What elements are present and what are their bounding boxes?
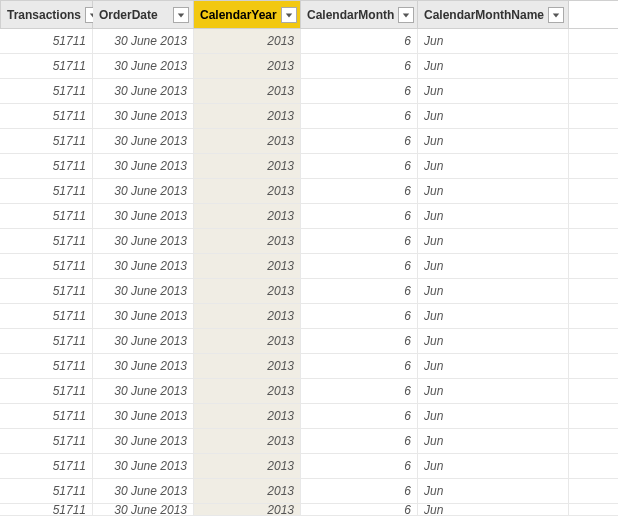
cell-calendarmonth[interactable]: 6 — [301, 29, 418, 53]
cell-calendarmonthname[interactable]: Jun — [418, 179, 569, 203]
cell-calendarmonth[interactable]: 6 — [301, 154, 418, 178]
table-row[interactable]: 5171130 June 201320136Jun — [0, 179, 618, 204]
cell-calendarmonthname[interactable]: Jun — [418, 154, 569, 178]
cell-calendaryear[interactable]: 2013 — [194, 154, 301, 178]
cell-calendarmonthname[interactable]: Jun — [418, 29, 569, 53]
cell-transactions[interactable]: 51711 — [0, 79, 93, 103]
cell-calendarmonthname[interactable]: Jun — [418, 454, 569, 478]
cell-orderdate[interactable]: 30 June 2013 — [93, 279, 194, 303]
cell-calendaryear[interactable]: 2013 — [194, 79, 301, 103]
cell-calendaryear[interactable]: 2013 — [194, 254, 301, 278]
table-row[interactable]: 5171130 June 201320136Jun — [0, 454, 618, 479]
cell-transactions[interactable]: 51711 — [0, 379, 93, 403]
cell-transactions[interactable]: 51711 — [0, 179, 93, 203]
table-row[interactable]: 5171130 June 201320136Jun — [0, 104, 618, 129]
cell-orderdate[interactable]: 30 June 2013 — [93, 354, 194, 378]
table-row[interactable]: 5171130 June 201320136Jun — [0, 354, 618, 379]
cell-transactions[interactable]: 51711 — [0, 154, 93, 178]
cell-orderdate[interactable]: 30 June 2013 — [93, 304, 194, 328]
table-row[interactable]: 5171130 June 201320136Jun — [0, 54, 618, 79]
cell-calendaryear[interactable]: 2013 — [194, 329, 301, 353]
cell-calendaryear[interactable]: 2013 — [194, 479, 301, 503]
cell-calendaryear[interactable]: 2013 — [194, 29, 301, 53]
cell-calendaryear[interactable]: 2013 — [194, 454, 301, 478]
cell-calendarmonthname[interactable]: Jun — [418, 429, 569, 453]
table-row[interactable]: 5171130 June 201320136Jun — [0, 379, 618, 404]
column-header-calendaryear[interactable]: CalendarYear — [194, 1, 301, 28]
cell-transactions[interactable]: 51711 — [0, 304, 93, 328]
table-row[interactable]: 5171130 June 201320136Jun — [0, 404, 618, 429]
cell-calendaryear[interactable]: 2013 — [194, 304, 301, 328]
cell-orderdate[interactable]: 30 June 2013 — [93, 254, 194, 278]
cell-calendarmonthname[interactable]: Jun — [418, 229, 569, 253]
cell-orderdate[interactable]: 30 June 2013 — [93, 429, 194, 453]
cell-calendarmonth[interactable]: 6 — [301, 129, 418, 153]
cell-transactions[interactable]: 51711 — [0, 54, 93, 78]
cell-transactions[interactable]: 51711 — [0, 354, 93, 378]
table-row[interactable]: 5171130 June 201320136Jun — [0, 204, 618, 229]
column-header-calendarmonthname[interactable]: CalendarMonthName — [418, 1, 569, 28]
cell-calendarmonth[interactable]: 6 — [301, 229, 418, 253]
cell-transactions[interactable]: 51711 — [0, 129, 93, 153]
column-header-calendarmonth[interactable]: CalendarMonth — [301, 1, 418, 28]
table-row[interactable]: 5171130 June 201320136Jun — [0, 329, 618, 354]
cell-calendarmonth[interactable]: 6 — [301, 204, 418, 228]
column-header-transactions[interactable]: Transactions — [0, 1, 93, 28]
cell-calendarmonthname[interactable]: Jun — [418, 54, 569, 78]
cell-transactions[interactable]: 51711 — [0, 204, 93, 228]
cell-orderdate[interactable]: 30 June 2013 — [93, 179, 194, 203]
cell-orderdate[interactable]: 30 June 2013 — [93, 129, 194, 153]
cell-orderdate[interactable]: 30 June 2013 — [93, 379, 194, 403]
column-filter-dropdown-icon[interactable] — [173, 7, 189, 23]
cell-calendarmonthname[interactable]: Jun — [418, 354, 569, 378]
cell-calendarmonth[interactable]: 6 — [301, 304, 418, 328]
table-row[interactable]: 5171130 June 201320136Jun — [0, 79, 618, 104]
cell-calendarmonthname[interactable]: Jun — [418, 404, 569, 428]
cell-calendarmonthname[interactable]: Jun — [418, 379, 569, 403]
cell-calendarmonth[interactable]: 6 — [301, 354, 418, 378]
cell-transactions[interactable]: 51711 — [0, 29, 93, 53]
cell-calendarmonth[interactable]: 6 — [301, 454, 418, 478]
cell-calendaryear[interactable]: 2013 — [194, 354, 301, 378]
cell-calendaryear[interactable]: 2013 — [194, 504, 301, 515]
cell-calendarmonthname[interactable]: Jun — [418, 129, 569, 153]
cell-calendarmonth[interactable]: 6 — [301, 404, 418, 428]
table-row[interactable]: 5171130 June 201320136Jun — [0, 304, 618, 329]
cell-orderdate[interactable]: 30 June 2013 — [93, 329, 194, 353]
cell-calendarmonth[interactable]: 6 — [301, 379, 418, 403]
cell-calendarmonthname[interactable]: Jun — [418, 479, 569, 503]
cell-transactions[interactable]: 51711 — [0, 404, 93, 428]
cell-calendarmonth[interactable]: 6 — [301, 329, 418, 353]
cell-calendarmonth[interactable]: 6 — [301, 54, 418, 78]
cell-calendaryear[interactable]: 2013 — [194, 104, 301, 128]
cell-transactions[interactable]: 51711 — [0, 229, 93, 253]
cell-calendaryear[interactable]: 2013 — [194, 54, 301, 78]
cell-calendarmonth[interactable]: 6 — [301, 104, 418, 128]
cell-transactions[interactable]: 51711 — [0, 479, 93, 503]
table-row[interactable]: 5171130 June 201320136Jun — [0, 429, 618, 454]
cell-calendaryear[interactable]: 2013 — [194, 404, 301, 428]
table-row[interactable]: 5171130 June 201320136Jun — [0, 29, 618, 54]
table-row[interactable]: 5171130 June 201320136Jun — [0, 129, 618, 154]
cell-transactions[interactable]: 51711 — [0, 429, 93, 453]
cell-orderdate[interactable]: 30 June 2013 — [93, 404, 194, 428]
cell-calendarmonth[interactable]: 6 — [301, 479, 418, 503]
cell-calendarmonthname[interactable]: Jun — [418, 329, 569, 353]
cell-calendarmonthname[interactable]: Jun — [418, 279, 569, 303]
cell-calendarmonth[interactable]: 6 — [301, 504, 418, 515]
column-header-orderdate[interactable]: OrderDate — [93, 1, 194, 28]
cell-orderdate[interactable]: 30 June 2013 — [93, 54, 194, 78]
cell-calendaryear[interactable]: 2013 — [194, 204, 301, 228]
table-row[interactable]: 5171130 June 201320136Jun — [0, 254, 618, 279]
column-filter-dropdown-icon[interactable] — [281, 7, 297, 23]
cell-orderdate[interactable]: 30 June 2013 — [93, 29, 194, 53]
cell-calendaryear[interactable]: 2013 — [194, 379, 301, 403]
cell-calendarmonth[interactable]: 6 — [301, 279, 418, 303]
column-filter-dropdown-icon[interactable] — [398, 7, 414, 23]
cell-orderdate[interactable]: 30 June 2013 — [93, 79, 194, 103]
table-row[interactable]: 5171130 June 201320136Jun — [0, 154, 618, 179]
cell-transactions[interactable]: 51711 — [0, 454, 93, 478]
table-row[interactable]: 5171130 June 201320136Jun — [0, 479, 618, 504]
cell-calendarmonth[interactable]: 6 — [301, 179, 418, 203]
cell-calendaryear[interactable]: 2013 — [194, 179, 301, 203]
